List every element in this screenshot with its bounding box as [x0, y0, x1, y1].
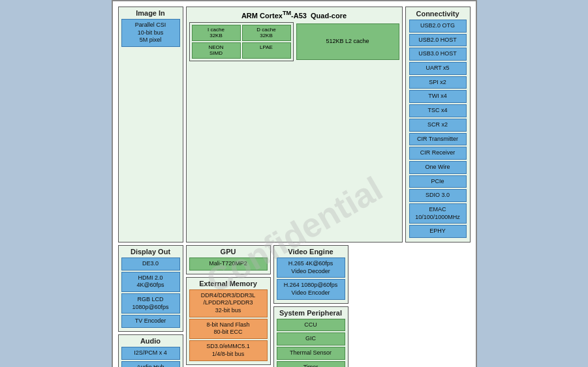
connectivity-section: Connectivity USB2.0 OTG USB2.0 HOST USB3… [405, 7, 471, 242]
hdmi-block: HDMI 2.04K@60fps [121, 272, 180, 292]
ddr-block: DDR4/DDR3/DDR3L/LPDDR2/LPDDR332-bit bus [189, 289, 268, 317]
l2cache-block: 512KB L2 cache [296, 23, 399, 60]
sd-block: SD3.0/eMMC5.11/4/8-bit bus [189, 340, 268, 360]
i2s-block: I2S/PCM x 4 [121, 347, 180, 360]
timer-block: Timer [277, 361, 345, 367]
conn-usb2otg: USB2.0 OTG [409, 20, 467, 33]
lpae-block: LPAE [242, 42, 291, 59]
h264-block: H.264 1080p@60fpsVideo Encoder [277, 279, 345, 299]
dcache-block: D cache32KB [242, 25, 291, 41]
de30-block: DE3.0 [121, 257, 180, 271]
nand-block: 8-bit Nand Flash80-bit ECC [189, 319, 268, 339]
conn-ephy: EPHY [409, 225, 467, 238]
mali-block: Mali-T720MP2 [189, 257, 268, 271]
tv-encoder-block: TV Encoder [121, 315, 180, 328]
thermal-sensor-block: Thermal Sensor [277, 347, 345, 360]
arm-section: ARM CortexTM-A53 Quad-core I cache32KB D… [186, 7, 403, 242]
ext-mem-section: External Memory DDR4/DDR3/DDR3L/LPDDR2/L… [186, 277, 271, 365]
conn-scr: SCR x2 [409, 119, 467, 132]
ext-mem-title: External Memory [189, 280, 268, 287]
conn-tsc: TSC x4 [409, 104, 467, 117]
image-in-title: Image In [121, 9, 181, 17]
conn-sdio: SDIO 3.0 [409, 189, 467, 202]
conn-emac: EMAC10/100/1000MHz [409, 203, 467, 224]
audio-hub-block: Audio Hub [121, 361, 180, 367]
parallel-csi-block: Parallel CSI10-bit bus5M pixel [121, 19, 180, 47]
conn-spi: SPI x2 [409, 76, 467, 89]
display-out-title: Display Out [121, 248, 181, 256]
sys-peripheral-section: System Peripheral CCU GIC Thermal Sensor… [273, 306, 348, 367]
conn-usb3host: USB3.0 HOST [409, 48, 467, 61]
rgb-lcd-block: RGB LCD1080p@60fps [121, 293, 180, 314]
image-in-section: Image In Parallel CSI10-bit bus5M pixel [118, 7, 183, 242]
conn-uart: UART x5 [409, 62, 467, 75]
icache-block: I cache32KB [192, 25, 241, 41]
audio-section: Audio I2S/PCM x 4 Audio Hub OWA IN/OUT D… [118, 334, 183, 367]
chip-diagram: Confidential Image In Parallel CSI10-bit… [112, 0, 477, 367]
neon-block: NEONSIMD [192, 42, 241, 59]
ccu-block: CCU [277, 319, 345, 332]
connectivity-title: Connectivity [409, 10, 467, 18]
video-engine-title: Video Engine [276, 248, 346, 256]
conn-usb2host: USB2.0 HOST [409, 34, 467, 47]
audio-title: Audio [121, 337, 181, 345]
sys-peripheral-title: System Peripheral [276, 309, 346, 317]
display-out-section: Display Out DE3.0 HDMI 2.04K@60fps RGB L… [118, 245, 183, 332]
gpu-title: GPU [189, 248, 268, 256]
gic-block: GIC [277, 332, 345, 345]
arm-core-box: I cache32KB D cache32KB NEONSIMD LPAE [189, 22, 294, 61]
h265-block: H.265 4K@60fpsVideo Decoder [277, 257, 345, 278]
video-engine-section: Video Engine H.265 4K@60fpsVideo Decoder… [273, 245, 348, 304]
gpu-section: GPU Mali-T720MP2 [186, 245, 271, 274]
conn-cir-tx: CIR Transmitter [409, 133, 467, 146]
conn-cir-rx: CIR Receiver [409, 147, 467, 160]
conn-onewire: One Wire [409, 161, 467, 174]
arm-title: ARM CortexTM-A53 Quad-core [189, 10, 399, 20]
conn-pcie: PCIe [409, 175, 467, 188]
conn-twi: TWI x4 [409, 90, 467, 103]
